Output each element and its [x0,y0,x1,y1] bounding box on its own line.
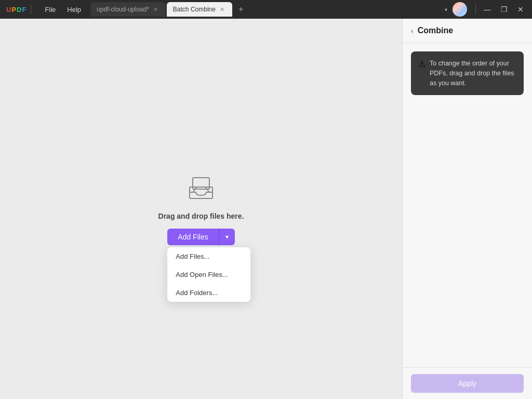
tab-batch-combine-label: Batch Combine [173,6,216,13]
tabs-area: updf-cloud-upload* ✕ Batch Combine ✕ + [86,0,442,19]
add-tab-button[interactable]: + [235,4,246,15]
content-area: Drag and drop files here. Add Files ▾ Ad… [0,19,402,399]
add-files-btn-group: Add Files ▾ [167,229,234,245]
dropdown-add-folders[interactable]: Add Folders... [167,284,250,302]
maximize-button[interactable]: ❐ [497,4,511,15]
sidebar-header: ‹ Combine [403,19,532,43]
back-button[interactable]: ‹ [411,26,414,35]
user-avatar[interactable] [453,2,467,17]
drop-icon [185,172,217,204]
tab-batch-combine[interactable]: Batch Combine ✕ [167,2,232,17]
drop-zone: Drag and drop files here. Add Files ▾ Ad… [158,172,244,245]
dropdown-add-open-files[interactable]: Add Open Files... [167,265,250,284]
minimize-button[interactable]: — [480,4,495,15]
main-layout: Drag and drop files here. Add Files ▾ Ad… [0,19,532,399]
info-text: To change the order of your PDFs, drag a… [430,59,516,88]
sidebar-content: ⚠ To change the order of your PDFs, drag… [403,43,532,367]
apply-button[interactable]: Apply [411,374,524,393]
tab-dropdown-arrow[interactable]: ▾ [442,6,450,14]
right-sidebar: ‹ Combine ⚠ To change the order of your … [402,19,532,399]
dropdown-add-files[interactable]: Add Files... [167,247,250,265]
logo-divider [31,5,31,14]
menu-help[interactable]: Help [62,4,86,16]
apply-btn-area: Apply [403,367,532,399]
updf-logo: UPDF [6,6,26,14]
logo-area: UPDF [0,5,39,14]
tab-cloud-upload-label: updf-cloud-upload* [97,6,149,13]
add-files-dropdown-button[interactable]: ▾ [219,229,235,245]
tab-cloud-upload[interactable]: updf-cloud-upload* ✕ [90,2,166,17]
add-files-button[interactable]: Add Files [167,229,218,245]
menu-file[interactable]: File [39,4,61,16]
close-button[interactable]: ✕ [513,4,528,15]
add-files-container: Add Files ▾ Add Files... Add Open Files.… [167,229,234,245]
tab-batch-combine-close[interactable]: ✕ [219,6,226,13]
menu-bar: File Help [39,4,86,16]
info-box: ⚠ To change the order of your PDFs, drag… [411,51,524,95]
window-controls-divider [475,4,476,15]
tab-cloud-upload-close[interactable]: ✕ [152,6,159,13]
titlebar: UPDF File Help updf-cloud-upload* ✕ Batc… [0,0,532,19]
sidebar-title: Combine [418,26,453,35]
drag-drop-text: Drag and drop files here. [158,212,244,220]
add-files-dropdown-menu: Add Files... Add Open Files... Add Folde… [167,247,250,302]
warning-icon: ⚠ [418,59,425,69]
